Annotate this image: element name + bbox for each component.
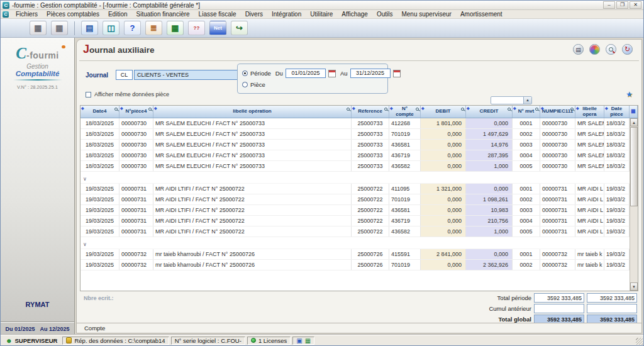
- calendar-icon[interactable]: [328, 70, 336, 77]
- column-header-credit[interactable]: ◆CREDIT: [466, 106, 513, 118]
- close-button[interactable]: ✕: [630, 1, 641, 9]
- net-icon[interactable]: Net: [209, 21, 226, 35]
- resize-grip[interactable]: [636, 338, 643, 345]
- column-search-icon[interactable]: [416, 108, 419, 111]
- journal-code-field[interactable]: CL: [116, 70, 133, 80]
- archive-icon[interactable]: ▦: [51, 21, 68, 35]
- vertical-scrollbar[interactable]: ▲ ▼: [630, 118, 638, 291]
- cell-date: 19/03/2025: [80, 205, 119, 215]
- menu-situation-financiere[interactable]: Situation financière: [132, 11, 194, 18]
- menu-integration[interactable]: Intégration: [267, 11, 306, 18]
- column-header-reference[interactable]: ◆Réference: [352, 106, 389, 118]
- print-button[interactable]: ▤: [573, 44, 584, 55]
- spreadsheet-icon[interactable]: ▦: [167, 21, 184, 35]
- scroll-thumb[interactable]: [630, 127, 638, 206]
- menu-amortissement[interactable]: Amortissement: [456, 11, 507, 18]
- sort-diamond-icon[interactable]: ◆: [120, 106, 123, 110]
- search-button[interactable]: [606, 44, 616, 55]
- menu-utilitaire[interactable]: Utilitaire: [306, 11, 337, 18]
- cell-mvt: 0001: [513, 249, 540, 259]
- menu-affichage[interactable]: Affichage: [337, 11, 372, 18]
- folder-icon[interactable]: ▦: [305, 337, 311, 344]
- periode-radio[interactable]: [242, 70, 248, 76]
- column-search-icon[interactable]: [347, 108, 350, 111]
- total-periode-label: Total période: [471, 294, 531, 301]
- abacus-icon[interactable]: ≣: [145, 21, 162, 35]
- table-row[interactable]: 18/03/202500000730MR SALEM ELEUCHI / FAC…: [80, 150, 630, 161]
- sort-diamond-icon[interactable]: ◆: [421, 106, 425, 110]
- status-bar: ☻ SUPERVISEUR Rép. des données : C:\comp…: [1, 335, 643, 345]
- date-to-field[interactable]: 31/12/2025: [350, 69, 391, 78]
- exit-icon[interactable]: ↪: [231, 21, 248, 35]
- monitor-icon[interactable]: ▣: [296, 337, 302, 344]
- up-arrow-icon[interactable]: ▲: [523, 97, 531, 104]
- sort-diamond-icon[interactable]: ◆: [513, 106, 516, 110]
- column-header-date[interactable]: ◆Date4: [80, 106, 119, 118]
- column-search-icon[interactable]: [508, 108, 511, 111]
- column-search-icon[interactable]: [114, 108, 118, 111]
- content-area: Journal auxiliaire ▤ ↻ Journal CL CLIENT…: [75, 38, 643, 335]
- cell-piece: 00000731: [119, 216, 153, 226]
- table-row[interactable]: 19/03/202500000731MR AIDI LTIFI / FACT N…: [80, 184, 630, 194]
- menu-edition[interactable]: Edition: [104, 11, 132, 18]
- menu-liasse-fiscale[interactable]: Liasse fiscale: [194, 11, 241, 18]
- sort-diamond-icon[interactable]: ◆: [154, 106, 157, 110]
- menu-fichiers[interactable]: Fichiers: [11, 11, 42, 18]
- table-row[interactable]: 18/03/202500000730MR SALEM ELEUCHI / FAC…: [80, 118, 630, 129]
- minimize-button[interactable]: –: [603, 1, 615, 9]
- drawer-icon[interactable]: ▤: [81, 21, 98, 35]
- mini-scroll-control[interactable]: ▲: [491, 96, 532, 104]
- sort-diamond-icon[interactable]: ◆: [352, 106, 355, 110]
- piece-radio[interactable]: [242, 82, 248, 87]
- menu-superviseur[interactable]: Menu superviseur: [397, 11, 455, 18]
- table-row[interactable]: 19/03/202500000732mr taieb kharroubi / F…: [80, 249, 630, 260]
- table-row[interactable]: 18/03/202500000730MR SALEM ELEUCHI / FAC…: [80, 129, 630, 140]
- menu-divers[interactable]: Divers: [241, 11, 267, 18]
- column-header-debit[interactable]: ◆DEBIT: [421, 106, 466, 118]
- column-search-icon[interactable]: [570, 108, 574, 111]
- column-options-header[interactable]: ▦: [630, 106, 638, 118]
- sort-diamond-icon[interactable]: ◆: [81, 106, 84, 110]
- column-header-libelle[interactable]: ◆libellé opération: [153, 106, 352, 118]
- scroll-down-button[interactable]: ▼: [630, 282, 638, 291]
- sparkle-icon[interactable]: ★: [626, 90, 633, 99]
- date-from-field[interactable]: 01/01/2025: [286, 69, 326, 78]
- sort-diamond-icon[interactable]: ◆: [390, 106, 393, 110]
- grid-options-icon[interactable]: ▦: [631, 109, 636, 114]
- column-header-date-piece[interactable]: ◆Date pièce: [604, 106, 630, 118]
- maximize-button[interactable]: ❐: [616, 1, 628, 9]
- column-search-icon[interactable]: [384, 108, 387, 111]
- calendar-icon[interactable]: [393, 70, 401, 77]
- sort-diamond-icon[interactable]: ◆: [605, 106, 608, 110]
- scroll-up-button[interactable]: ▲: [630, 118, 638, 126]
- column-search-icon[interactable]: [535, 108, 538, 111]
- column-header-libelle-opera[interactable]: ◆libelle opera: [575, 106, 604, 118]
- cards-icon[interactable]: ◫: [103, 21, 119, 35]
- menu-pieces-comptables[interactable]: Pièces comptables: [42, 11, 104, 18]
- sort-diamond-icon[interactable]: ◆: [576, 106, 579, 110]
- column-header-compte[interactable]: ◆N° compte: [389, 106, 421, 118]
- menu-outils[interactable]: Outils: [372, 11, 397, 18]
- column-header-piece[interactable]: ◆N°pièce4: [119, 106, 153, 118]
- sort-diamond-icon[interactable]: ◆: [541, 106, 544, 110]
- column-label: Réference: [358, 109, 382, 114]
- journal-name-field[interactable]: CLIENTS - VENTES: [134, 70, 238, 80]
- column-search-icon[interactable]: [148, 108, 152, 111]
- package-icon[interactable]: ▦: [30, 21, 47, 35]
- afficher-checkbox[interactable]: [86, 92, 91, 98]
- sort-diamond-icon[interactable]: ◆: [467, 106, 470, 110]
- table-row[interactable]: 19/03/202500000731MR AIDI LTIFI / FACT N…: [80, 216, 630, 226]
- palette-button[interactable]: [589, 44, 600, 55]
- refresh-button[interactable]: ↻: [622, 44, 633, 55]
- table-row[interactable]: 19/03/202500000732mr taieb kharroubi / F…: [80, 260, 630, 271]
- table-row[interactable]: 18/03/202500000730MR SALEM ELEUCHI / FAC…: [80, 161, 630, 172]
- column-header-numpiece[interactable]: ◆NUMPIEC111: [540, 106, 575, 118]
- column-search-icon[interactable]: [461, 108, 464, 111]
- questions-icon[interactable]: ??: [188, 21, 205, 35]
- column-header-mvt[interactable]: ◆N° mvt: [513, 106, 540, 118]
- table-row[interactable]: 18/03/202500000730MR SALEM ELEUCHI / FAC…: [80, 140, 630, 150]
- table-row[interactable]: 19/03/202500000731MR AIDI LTIFI / FACT N…: [80, 205, 630, 216]
- table-row[interactable]: 19/03/202500000731MR AIDI LTIFI / FACT N…: [80, 226, 630, 237]
- table-row[interactable]: 19/03/202500000731MR AIDI LTIFI / FACT N…: [80, 194, 630, 205]
- help-icon[interactable]: ?: [124, 21, 141, 35]
